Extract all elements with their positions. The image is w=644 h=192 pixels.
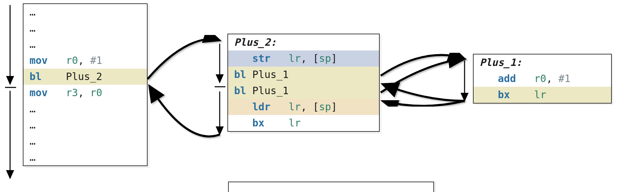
code-block-plus1: Plus_1: add r0, #1 bx lr [473,54,612,104]
code-line: … [23,4,147,20]
code-line: … [23,133,147,149]
code-line: … [23,149,147,165]
code-line: … [23,101,147,117]
code-line: bl Plus_1 [228,83,379,99]
code-line: … [23,117,147,133]
code-line: mov r0, #1 [23,52,147,69]
code-line: bl Plus_1 [228,67,379,83]
partial-box [228,182,434,192]
code-line: mov r3, r0 [23,85,147,101]
code-line: add r0, #1 [474,71,611,87]
code-block-main: ………mov r0, #1bl Plus_2mov r3, r0………… [23,3,148,166]
code-line: str lr, [sp] [228,50,379,67]
code-block-plus2: Plus_2: str lr, [sp]bl Plus_1bl Plus_1 l… [227,34,380,132]
code-label: Plus_2: [228,34,379,50]
code-line: … [23,20,147,36]
code-line: … [23,36,147,52]
code-line: bl Plus_2 [23,69,147,85]
code-line: bx lr [228,115,379,131]
code-label: Plus_1: [474,54,611,71]
diagram: ………mov r0, #1bl Plus_2mov r3, r0………… Plu… [0,0,644,192]
code-line: bx lr [474,87,611,103]
code-line: ldr lr, [sp] [228,99,379,115]
